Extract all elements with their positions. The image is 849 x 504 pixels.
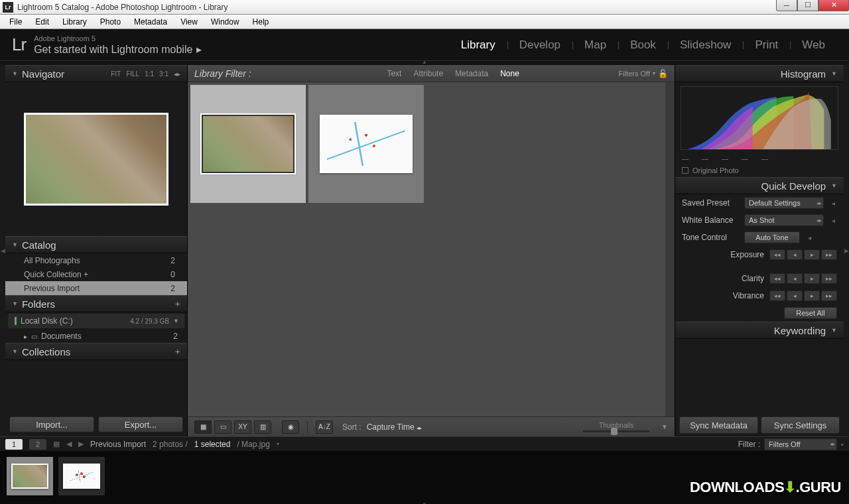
module-map[interactable]: Map	[572, 38, 618, 52]
step-up[interactable]: ▸	[804, 249, 820, 260]
grid-view[interactable]	[188, 82, 665, 416]
original-photo-checkbox[interactable]: Original Photo	[675, 164, 844, 177]
quickdevelop-header[interactable]: Quick Develop ▼	[675, 177, 844, 194]
toolbar-menu-icon[interactable]: ▼	[661, 423, 668, 430]
window-maximize-button[interactable]: ☐	[797, 0, 818, 11]
step-up[interactable]: ▸	[804, 290, 820, 301]
import-button[interactable]: Import...	[9, 416, 94, 432]
menu-view[interactable]: View	[174, 15, 204, 29]
menu-edit[interactable]: Edit	[29, 15, 56, 29]
collapse-icon[interactable]: ◂	[829, 217, 837, 224]
grid-icon[interactable]: ▦	[53, 440, 60, 448]
zoom-dropdown-icon[interactable]: ◂▸	[174, 70, 180, 78]
step-large-up[interactable]: ▸▸	[821, 249, 837, 260]
sync-settings-button[interactable]: Sync Settings	[761, 416, 840, 434]
white-balance-dropdown[interactable]: As Shot◂▸	[744, 214, 824, 226]
chevron-down-icon[interactable]: ▾	[277, 441, 279, 447]
catalog-previous-import[interactable]: Previous Import2	[5, 281, 187, 295]
sort-direction-button[interactable]: A↓Z	[316, 420, 333, 434]
second-window-button[interactable]: 2	[29, 439, 46, 450]
filter-none[interactable]: None	[500, 69, 519, 78]
step-large-down[interactable]: ◂◂	[769, 273, 785, 284]
step-large-down[interactable]: ◂◂	[769, 249, 785, 260]
collections-header[interactable]: ▼ Collections +	[5, 343, 187, 360]
module-book[interactable]: Book	[618, 38, 668, 52]
reset-all-button[interactable]: Reset All	[784, 307, 837, 319]
zoom-1to1[interactable]: 1:1	[145, 70, 154, 78]
menu-help[interactable]: Help	[246, 15, 276, 29]
painter-tool-button[interactable]: ◉	[282, 420, 299, 434]
keywording-header[interactable]: Keywording ▼	[675, 322, 844, 339]
menu-metadata[interactable]: Metadata	[127, 15, 174, 29]
module-develop[interactable]: Develop	[507, 38, 572, 52]
add-folder-button[interactable]: +	[175, 298, 180, 309]
grid-scrollbar[interactable]	[665, 82, 675, 416]
menu-photo[interactable]: Photo	[94, 15, 127, 29]
step-down[interactable]: ◂	[787, 290, 803, 301]
window-close-button[interactable]: ✕	[818, 0, 849, 11]
lock-icon[interactable]: 🔓	[658, 69, 668, 78]
folders-header[interactable]: ▼ Folders +	[5, 295, 187, 312]
zoom-fit[interactable]: FIT	[111, 70, 121, 78]
grid-view-button[interactable]: ▦	[194, 420, 212, 434]
catalog-quick-collection[interactable]: Quick Collection +0	[5, 267, 187, 281]
thumbnail-size-slider[interactable]: Thumbnails	[583, 422, 649, 432]
bottom-panel-toggle[interactable]: ▼	[0, 501, 849, 504]
module-web[interactable]: Web	[790, 38, 837, 52]
compare-view-button[interactable]: XY	[234, 420, 251, 434]
filter-switch-icon[interactable]: ▪	[841, 440, 844, 448]
zoom-fill[interactable]: FILL	[126, 70, 139, 78]
step-down[interactable]: ◂	[787, 249, 803, 260]
collapse-icon[interactable]: ◂	[829, 200, 837, 207]
histogram-display[interactable]	[681, 86, 838, 150]
catalog-all-photographs[interactable]: All Photographs2	[5, 253, 187, 267]
filter-attribute[interactable]: Attribute	[413, 69, 443, 78]
step-large-down[interactable]: ◂◂	[769, 290, 785, 301]
navigator-header[interactable]: ▼ Navigator FIT FILL 1:1 3:1 ◂▸	[5, 65, 187, 82]
menubar: File Edit Library Photo Metadata View Wi…	[0, 15, 849, 29]
left-panel-toggle[interactable]: ◀	[0, 65, 5, 436]
grid-cell-1[interactable]	[190, 85, 306, 203]
menu-library[interactable]: Library	[56, 15, 94, 29]
saved-preset-dropdown[interactable]: Default Settings◂▸	[744, 197, 824, 209]
sync-metadata-button[interactable]: Sync Metadata	[679, 416, 758, 434]
loupe-view-button[interactable]: ▭	[214, 420, 231, 434]
grid-cell-2[interactable]	[308, 85, 424, 203]
module-print[interactable]: Print	[743, 38, 790, 52]
collapse-icon[interactable]: ◂	[805, 234, 813, 241]
module-library[interactable]: Library	[449, 38, 507, 52]
auto-tone-button[interactable]: Auto Tone	[744, 231, 800, 243]
zoom-3to1[interactable]: 3:1	[159, 70, 168, 78]
menu-file[interactable]: File	[3, 15, 29, 29]
filters-off-dropdown[interactable]: Filters Off	[619, 70, 650, 78]
filmstrip-filter-dropdown[interactable]: Filters Off◂▸	[764, 438, 837, 450]
filter-metadata[interactable]: Metadata	[455, 69, 488, 78]
step-up[interactable]: ▸	[804, 273, 820, 284]
navigator-preview[interactable]	[5, 82, 187, 236]
step-down[interactable]: ◂	[787, 273, 803, 284]
step-large-up[interactable]: ▸▸	[821, 273, 837, 284]
main-window-button[interactable]: 1	[5, 439, 23, 450]
histogram-header[interactable]: Histogram ▼	[675, 65, 844, 82]
lightroom-logo: Lr	[12, 34, 26, 55]
volume-local-disk[interactable]: Local Disk (C:) 4.2 / 29.3 GB ▼	[8, 314, 184, 328]
export-button[interactable]: Export...	[98, 416, 183, 432]
folder-documents[interactable]: ▸ ▭ Documents 2	[5, 330, 187, 343]
sort-dropdown[interactable]: Capture Time ◂▸	[367, 422, 422, 432]
window-minimize-button[interactable]: ─	[776, 0, 797, 11]
filmstrip-thumb-1[interactable]	[7, 457, 53, 495]
right-panel-toggle[interactable]: ▶	[844, 65, 849, 436]
breadcrumb-source[interactable]: Previous Import	[90, 440, 146, 449]
filter-text[interactable]: Text	[387, 69, 401, 78]
mobile-cta[interactable]: Get started with Lightroom mobile▸	[34, 43, 202, 56]
filmstrip-thumb-2[interactable]	[58, 457, 105, 495]
add-collection-button[interactable]: +	[175, 346, 180, 357]
nav-forward-icon[interactable]: ▶	[78, 440, 84, 448]
step-large-up[interactable]: ▸▸	[821, 290, 837, 301]
survey-view-button[interactable]: ▥	[254, 420, 271, 434]
menu-window[interactable]: Window	[204, 15, 246, 29]
catalog-header[interactable]: ▼ Catalog	[5, 236, 187, 253]
triangle-down-icon: ▼	[831, 327, 837, 334]
module-slideshow[interactable]: Slideshow	[668, 38, 744, 52]
nav-back-icon[interactable]: ◀	[66, 440, 72, 448]
